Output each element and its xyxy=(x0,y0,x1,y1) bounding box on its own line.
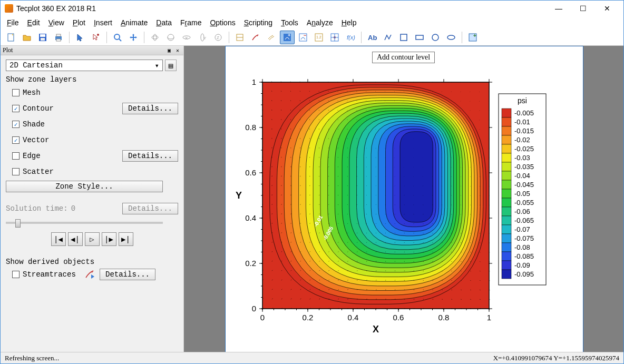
menu-options[interactable]: Options xyxy=(207,17,238,28)
time-slider[interactable] xyxy=(6,222,163,224)
rotate-x-icon[interactable]: X xyxy=(179,31,194,44)
solution-time-details-button[interactable]: Details... xyxy=(122,203,178,214)
skip-last-icon[interactable]: ▶| xyxy=(119,232,133,246)
menu-analyze[interactable]: Analyze xyxy=(304,17,336,28)
svg-text:-0.09: -0.09 xyxy=(514,261,530,269)
streamtraces-details-button[interactable]: Details... xyxy=(100,269,155,280)
tooltip: Add contour level xyxy=(372,52,435,63)
status-coordinates: X=+0.410991079674 Y=+1.15595974025974 xyxy=(493,354,619,362)
svg-text:-0.07: -0.07 xyxy=(514,225,530,233)
rotate-z-icon[interactable]: Z xyxy=(211,31,226,44)
svg-rect-764 xyxy=(502,171,511,180)
svg-text:+: + xyxy=(288,33,290,38)
svg-text:1.2: 1.2 xyxy=(316,35,321,39)
menu-file[interactable]: File xyxy=(4,17,22,28)
svg-text:Y: Y xyxy=(203,36,207,41)
maximize-button[interactable]: ☐ xyxy=(571,1,595,16)
square-tool-icon[interactable] xyxy=(396,31,411,44)
svg-text:psi: psi xyxy=(518,96,527,105)
vector-checkbox[interactable] xyxy=(12,136,19,144)
contour-details-button[interactable]: Details... xyxy=(122,103,178,114)
panel-close-icon[interactable]: ✕ xyxy=(174,47,181,54)
new-layout-icon[interactable] xyxy=(4,31,18,44)
streamtrace-rake-icon[interactable] xyxy=(264,31,279,44)
menu-plot[interactable]: Plot xyxy=(70,17,89,28)
svg-text:-0.095: -0.095 xyxy=(514,270,534,278)
close-button[interactable]: ✕ xyxy=(595,1,619,16)
svg-text:−: − xyxy=(304,33,306,38)
step-forward-icon[interactable]: |▶ xyxy=(102,232,116,246)
contour-add-icon[interactable]: + xyxy=(280,31,295,44)
svg-text:0.6: 0.6 xyxy=(245,168,256,177)
mesh-checkbox[interactable] xyxy=(12,89,19,96)
vector-label: Vector xyxy=(23,136,178,144)
zoom-icon[interactable] xyxy=(110,31,125,44)
save-icon[interactable] xyxy=(35,31,50,44)
canvas-area[interactable]: 00.20.40.60.8100.20.40.60.81XY-0.01-0.00… xyxy=(184,46,623,352)
open-icon[interactable] xyxy=(19,31,34,44)
print-icon[interactable] xyxy=(51,31,66,44)
scatter-checkbox[interactable] xyxy=(12,168,19,175)
streamtrace-icon[interactable] xyxy=(84,268,96,281)
svg-text:0.8: 0.8 xyxy=(245,123,256,132)
menu-insert[interactable]: Insert xyxy=(91,17,115,28)
text-tool-icon[interactable]: Ab xyxy=(365,31,379,44)
streamtraces-checkbox[interactable] xyxy=(12,271,19,278)
slice-icon[interactable] xyxy=(232,31,247,44)
svg-point-8 xyxy=(114,34,120,40)
svg-rect-774 xyxy=(502,216,511,225)
svg-text:X: X xyxy=(185,36,188,41)
svg-text:Z: Z xyxy=(217,35,219,40)
svg-rect-766 xyxy=(502,180,511,189)
menu-data[interactable]: Data xyxy=(153,17,175,28)
select-arrow-icon[interactable] xyxy=(73,31,87,44)
step-back-icon[interactable]: ◀| xyxy=(68,232,83,246)
play-icon[interactable]: ▷ xyxy=(85,232,100,246)
svg-rect-6 xyxy=(56,39,61,41)
edge-details-button[interactable]: Details... xyxy=(122,150,178,162)
panel-float-icon[interactable]: ▣ xyxy=(165,47,173,54)
svg-text:0.8: 0.8 xyxy=(438,313,450,322)
minimize-button[interactable]: — xyxy=(547,1,571,16)
contour-checkbox[interactable] xyxy=(12,105,19,112)
svg-text:-0.035: -0.035 xyxy=(514,163,534,171)
rotate-spherical-icon[interactable] xyxy=(163,31,178,44)
calculate-icon[interactable]: f(x) xyxy=(343,31,358,44)
menu-scripting[interactable]: Scripting xyxy=(241,17,276,28)
menu-tools[interactable]: Tools xyxy=(278,17,301,28)
contour-remove-icon[interactable]: − xyxy=(296,31,310,44)
menu-frame[interactable]: Frame xyxy=(177,17,204,28)
streamtrace-single-icon[interactable] xyxy=(248,31,263,44)
adjust-arrow-icon[interactable] xyxy=(89,31,103,44)
scatter-label: Scatter xyxy=(23,168,178,176)
rectangle-tool-icon[interactable] xyxy=(412,31,427,44)
menubar: File Edit View Plot Insert Animate Data … xyxy=(1,16,623,29)
panel-title: Plot xyxy=(3,46,165,54)
svg-text:0.2: 0.2 xyxy=(245,259,256,268)
edge-checkbox[interactable] xyxy=(12,152,19,160)
translate-icon[interactable] xyxy=(126,31,141,44)
menu-animate[interactable]: Animate xyxy=(118,17,151,28)
show-zone-layers-label: Show zone layers xyxy=(6,75,178,84)
show-derived-label: Show derived objects xyxy=(6,258,178,266)
svg-text:-0.08: -0.08 xyxy=(514,243,530,251)
plot-type-select[interactable]: 2D Cartesian ▾ xyxy=(6,60,163,71)
svg-text:-0.04: -0.04 xyxy=(514,172,530,180)
plot-frame[interactable]: 00.20.40.60.8100.20.40.60.81XY-0.01-0.00… xyxy=(225,46,583,352)
skip-first-icon[interactable]: |◀ xyxy=(51,232,66,246)
rotate-3d-icon[interactable] xyxy=(148,31,162,44)
contour-label-icon[interactable]: 1.2 xyxy=(311,31,326,44)
probe-icon[interactable] xyxy=(327,31,342,44)
shade-checkbox[interactable] xyxy=(12,121,19,128)
polyline-tool-icon[interactable] xyxy=(381,31,395,44)
svg-text:-0.075: -0.075 xyxy=(514,234,534,242)
menu-edit[interactable]: Edit xyxy=(24,17,43,28)
ellipse-tool-icon[interactable] xyxy=(444,31,459,44)
zone-style-button[interactable]: Zone Style... xyxy=(6,181,163,192)
rotate-y-icon[interactable]: Y xyxy=(195,31,210,44)
circle-tool-icon[interactable] xyxy=(428,31,443,44)
new-frame-icon[interactable]: + xyxy=(465,31,480,44)
menu-view[interactable]: View xyxy=(45,17,67,28)
menu-help[interactable]: Help xyxy=(338,17,360,28)
snap-toggle-button[interactable]: ▤ xyxy=(165,60,177,71)
